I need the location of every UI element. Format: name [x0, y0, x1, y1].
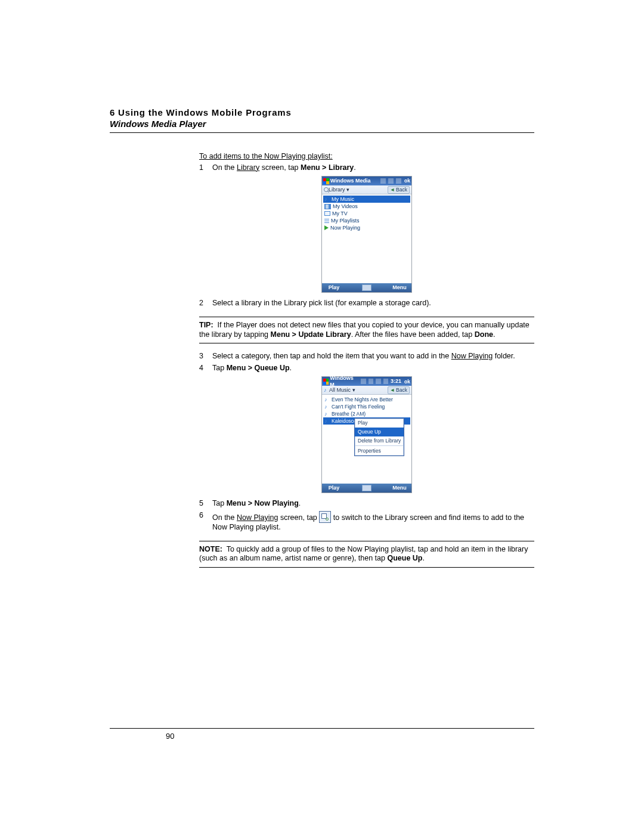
- windows-flag-icon: [323, 379, 329, 385]
- signal-icon: [388, 178, 394, 184]
- step-2: 2 Select a library in the Library pick l…: [199, 299, 534, 308]
- track-list: ♪Even The Nights Are Better ♪Can't Fight…: [322, 395, 411, 484]
- step-number: 6: [199, 511, 212, 532]
- volume-icon: [396, 178, 401, 184]
- chapter-title: 6 Using the Windows Mobile Programs: [110, 107, 644, 117]
- music-icon: ♪: [324, 404, 330, 410]
- app-title: Windows M: [330, 375, 357, 389]
- wmp-all-music-screen: Windows M 3:21 ok ♪ All Music ▾ ◄Back: [321, 376, 412, 493]
- step-number: 2: [199, 299, 212, 308]
- ctx-queue-up[interactable]: Queue Up: [355, 428, 404, 436]
- ok-button[interactable]: ok: [404, 379, 410, 385]
- back-button[interactable]: ◄Back: [388, 386, 410, 394]
- play-icon: [324, 225, 329, 230]
- windows-flag-icon: [323, 178, 329, 184]
- step-4: 4 Tap Menu > Queue Up.: [199, 364, 534, 373]
- back-arrow-icon: ◄: [390, 387, 395, 394]
- search-icon: [324, 187, 329, 192]
- softkey-play[interactable]: Play: [322, 284, 346, 291]
- step-number: 5: [199, 499, 212, 509]
- step-text: Select a category, then tap and hold the…: [212, 352, 534, 361]
- connectivity-icon: [380, 178, 386, 184]
- note-label: NOTE:: [199, 545, 222, 553]
- track-row[interactable]: ♪Breathe (2 AM): [323, 410, 410, 417]
- keyboard-icon[interactable]: [362, 485, 371, 491]
- document-page: 6 Using the Windows Mobile Programs Wind…: [0, 0, 644, 833]
- step-text: On the Library screen, tap Menu > Librar…: [212, 163, 534, 173]
- all-music-dropdown[interactable]: All Music ▾: [329, 387, 355, 394]
- header-rule: [110, 132, 534, 133]
- step-list: 2 Select a library in the Library pick l…: [199, 299, 534, 308]
- softkey-menu[interactable]: Menu: [388, 284, 411, 291]
- step-number: 4: [199, 364, 212, 373]
- library-item-now-playing[interactable]: Now Playing: [323, 224, 410, 231]
- step-number: 3: [199, 352, 212, 361]
- title-bar: Windows Media ok: [322, 176, 411, 185]
- ok-button[interactable]: ok: [404, 178, 410, 184]
- step-text: On the Now Playing screen, tap to switch…: [212, 511, 534, 532]
- music-icon: ♪: [324, 388, 329, 393]
- library-list: ♪My Music My Videos My TV My Playlists N…: [322, 194, 411, 283]
- title-bar: Windows M 3:21 ok: [322, 377, 411, 386]
- step-list: 3 Select a category, then tap and hold t…: [199, 352, 534, 373]
- volume-icon: [383, 379, 388, 384]
- soft-key-bar: Play Menu: [322, 484, 411, 493]
- step-number: 1: [199, 163, 212, 173]
- ctx-divider: [355, 445, 404, 446]
- music-icon: ♪: [324, 419, 330, 424]
- signal-icon: [369, 379, 373, 384]
- step-list: 5 Tap Menu > Now Playing. 6 On the Now P…: [199, 499, 534, 532]
- tip-box: TIP: If the Player does not detect new f…: [199, 317, 534, 343]
- step-1: 1 On the Library screen, tap Menu > Libr…: [199, 163, 534, 173]
- back-button[interactable]: ◄Back: [388, 186, 410, 194]
- page-content: To add items to the Now Playing playlist…: [199, 152, 534, 568]
- step-3: 3 Select a category, then tap and hold t…: [199, 352, 534, 361]
- step-text: Tap Menu > Now Playing.: [212, 499, 534, 509]
- sync-icon: [376, 379, 380, 384]
- track-row[interactable]: ♪Even The Nights Are Better: [323, 396, 410, 403]
- music-icon: ♪: [324, 197, 330, 202]
- tv-icon: [324, 211, 330, 216]
- library-item-my-music[interactable]: ♪My Music: [323, 196, 410, 203]
- library-switch-icon: [319, 511, 331, 523]
- step-text: Select a library in the Library pick lis…: [212, 299, 534, 308]
- video-icon: [324, 204, 331, 209]
- step-text: Tap Menu > Queue Up.: [212, 364, 534, 373]
- page-number: 90: [166, 732, 174, 741]
- footer-rule: [110, 728, 534, 729]
- connectivity-icon: [361, 379, 366, 384]
- track-row[interactable]: ♪Can't Fight This Feeling: [323, 403, 410, 410]
- soft-key-bar: Play Menu: [322, 283, 411, 292]
- softkey-play[interactable]: Play: [322, 485, 346, 491]
- back-arrow-icon: ◄: [390, 187, 395, 193]
- screenshot-2: Windows M 3:21 ok ♪ All Music ▾ ◄Back: [199, 376, 534, 493]
- ctx-properties[interactable]: Properties: [355, 447, 404, 456]
- all-music-dropdown-bar: ♪ All Music ▾ ◄Back: [322, 386, 411, 395]
- library-item-my-playlists[interactable]: My Playlists: [323, 217, 410, 224]
- step-list: 1 On the Library screen, tap Menu > Libr…: [199, 163, 534, 173]
- step-5: 5 Tap Menu > Now Playing.: [199, 499, 534, 509]
- softkey-menu[interactable]: Menu: [388, 485, 411, 491]
- app-title: Windows Media: [330, 178, 370, 184]
- context-menu: Play Queue Up Delete from Library Proper…: [354, 418, 404, 456]
- note-box: NOTE: To quickly add a group of files to…: [199, 541, 534, 568]
- procedure-heading: To add items to the Now Playing playlist…: [199, 152, 534, 162]
- tip-label: TIP:: [199, 321, 213, 329]
- screenshot-1: Windows Media ok Library ▾ ◄Back ♪My Mus…: [199, 176, 534, 293]
- library-dropdown-bar: Library ▾ ◄Back: [322, 185, 411, 194]
- step-6: 6 On the Now Playing screen, tap to swit…: [199, 511, 534, 532]
- clock: 3:21: [391, 378, 401, 385]
- music-icon: ♪: [324, 397, 330, 402]
- wmp-library-screen: Windows Media ok Library ▾ ◄Back ♪My Mus…: [321, 176, 412, 293]
- music-icon: ♪: [324, 411, 330, 417]
- playlist-icon: [324, 219, 329, 223]
- ctx-delete[interactable]: Delete from Library: [355, 436, 404, 445]
- library-item-my-videos[interactable]: My Videos: [323, 203, 410, 210]
- ctx-play[interactable]: Play: [355, 419, 404, 428]
- library-item-my-tv[interactable]: My TV: [323, 210, 410, 217]
- section-title: Windows Media Player: [110, 119, 644, 129]
- keyboard-icon[interactable]: [362, 284, 371, 291]
- library-dropdown[interactable]: Library ▾: [329, 187, 349, 193]
